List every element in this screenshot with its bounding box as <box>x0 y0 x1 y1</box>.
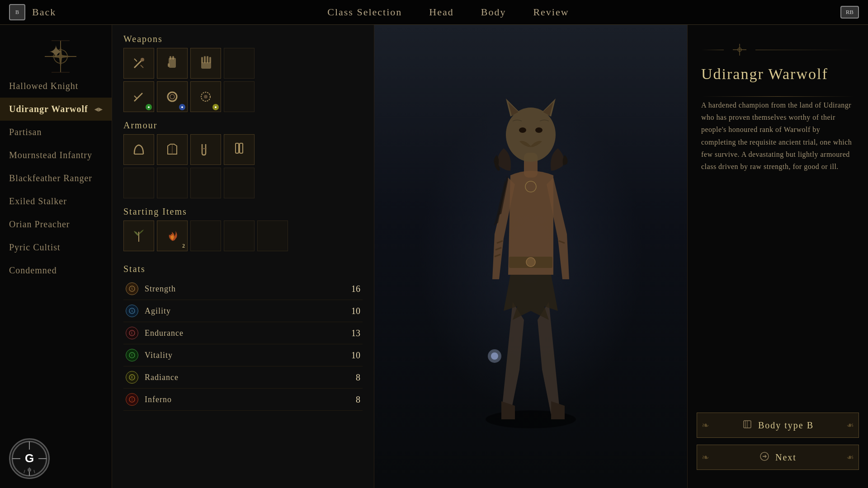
armour-slot-arms[interactable] <box>190 134 221 165</box>
sidebar-item-mournstead-infantry[interactable]: Mournstead Infantry <box>0 144 112 167</box>
starting-item-4[interactable] <box>224 221 255 251</box>
weapon-slot-2[interactable] <box>157 48 188 79</box>
ornament-right-line <box>755 50 854 50</box>
slot-indicator-blue: ● <box>179 104 185 110</box>
svg-marker-6 <box>47 55 59 58</box>
weapon-slot-7[interactable]: ● <box>190 81 221 112</box>
svg-point-35 <box>170 94 175 99</box>
vitality-label: Vitality <box>145 351 342 360</box>
class-list: Hallowed Knight Udirangr Warwolf ◂▸ Part… <box>0 75 112 282</box>
next-button[interactable]: Next <box>697 445 859 470</box>
armour-slot-7[interactable] <box>190 168 221 198</box>
weapon-slot-8[interactable] <box>224 81 255 112</box>
starting-items-section: Starting Items 2 <box>123 206 363 251</box>
sidebar-item-exiled-stalker[interactable]: Exiled Stalker <box>0 190 112 213</box>
weapon-slot-6[interactable]: ● <box>157 81 188 112</box>
svg-point-3 <box>58 54 63 59</box>
svg-rect-29 <box>207 56 208 63</box>
weapon-slot-4[interactable] <box>224 48 255 79</box>
stat-row-agility: A Agility 10 <box>123 300 363 322</box>
endurance-label: Endurance <box>145 328 342 338</box>
sidebar-item-blackfeather-ranger[interactable]: Blackfeather Ranger <box>0 167 112 190</box>
stats-items-panel: Weapons <box>112 25 374 488</box>
radiance-label: Radiance <box>145 373 342 382</box>
armour-grid <box>123 134 363 198</box>
slot-indicator-yellow: ● <box>212 104 219 110</box>
endurance-value: 13 <box>342 328 360 338</box>
svg-line-20 <box>134 59 137 61</box>
armour-slot-5[interactable] <box>123 168 154 198</box>
stat-row-radiance: R Radiance 8 <box>123 366 363 389</box>
svg-line-33 <box>134 96 137 99</box>
sidebar-item-udirangr-warwolf[interactable]: Udirangr Warwolf ◂▸ <box>0 98 112 121</box>
stats-section: Stats S Strength 16 A <box>123 264 363 411</box>
armour-slot-legs[interactable] <box>224 134 255 165</box>
starting-item-5[interactable] <box>257 221 288 251</box>
nav-body[interactable]: Body <box>481 6 506 18</box>
sidebar-item-partisan[interactable]: Partisan <box>0 121 112 144</box>
sidebar-item-hallowed-knight[interactable]: Hallowed Knight <box>0 75 112 98</box>
sidebar-item-pyric-cultist[interactable]: Pyric Cultist <box>0 236 112 259</box>
radiance-value: 8 <box>342 372 360 383</box>
stat-row-endurance: E Endurance 13 <box>123 322 363 344</box>
starting-item-2[interactable]: 2 <box>157 221 188 251</box>
svg-line-21 <box>141 65 143 68</box>
back-controller-btn[interactable]: B <box>9 4 25 20</box>
strength-icon: S <box>126 282 138 295</box>
weapon-slot-1[interactable] <box>123 48 154 79</box>
game-logo: G <box>9 438 50 479</box>
body-type-label: Body type B <box>758 420 814 431</box>
weapons-section: Weapons <box>123 34 363 112</box>
sidebar-item-orian-preacher[interactable]: Orian Preacher <box>0 213 112 236</box>
endurance-icon: E <box>126 327 138 339</box>
svg-rect-42 <box>240 143 243 153</box>
body-type-button[interactable]: Body type B <box>697 413 859 438</box>
starting-items-grid: 2 <box>123 221 363 251</box>
inferno-icon: I <box>126 393 138 406</box>
svg-text:S: S <box>131 287 133 291</box>
agility-value: 10 <box>342 306 360 316</box>
svg-text:A: A <box>131 309 133 313</box>
armour-slot-chest[interactable] <box>157 134 188 165</box>
rb-button[interactable]: RB <box>840 6 859 19</box>
starting-item-3[interactable] <box>190 221 221 251</box>
armour-title: Armour <box>123 120 363 131</box>
weapon-slot-3[interactable] <box>190 48 221 79</box>
stat-row-inferno: I Inferno 8 <box>123 389 363 411</box>
stat-row-vitality: V Vitality 10 <box>123 344 363 366</box>
nav-class-selection[interactable]: Class Selection <box>327 6 402 18</box>
armour-slot-8[interactable] <box>224 168 255 198</box>
armour-slot-helm[interactable] <box>123 134 154 165</box>
next-label: Next <box>775 452 797 463</box>
armour-slot-6[interactable] <box>157 168 188 198</box>
svg-text:V: V <box>131 353 133 357</box>
stat-row-strength: S Strength 16 <box>123 278 363 300</box>
main-layout: Hallowed Knight Udirangr Warwolf ◂▸ Part… <box>0 25 868 488</box>
inferno-label: Inferno <box>145 395 342 404</box>
weapons-title: Weapons <box>123 34 363 44</box>
starting-item-1[interactable] <box>123 221 154 251</box>
svg-point-22 <box>141 58 144 61</box>
svg-point-67 <box>535 127 542 133</box>
vitality-value: 10 <box>342 350 360 361</box>
sidebar-item-condemned[interactable]: Condemned <box>0 259 112 282</box>
svg-rect-24 <box>170 56 171 60</box>
weapon-slot-5[interactable]: ● <box>123 81 154 112</box>
nav-head[interactable]: Head <box>429 6 453 18</box>
selection-arrows: ◂▸ <box>94 105 103 113</box>
svg-marker-5 <box>59 58 62 70</box>
armour-section: Armour <box>123 120 363 198</box>
svg-rect-31 <box>201 62 211 69</box>
radiance-icon: R <box>126 371 138 384</box>
svg-rect-26 <box>168 63 170 67</box>
svg-rect-27 <box>201 57 203 63</box>
slot-indicator-green: ● <box>146 104 152 110</box>
next-icon <box>759 451 770 464</box>
nav-review[interactable]: Review <box>533 6 569 18</box>
ornament-left-line <box>701 50 724 50</box>
character-viewport <box>374 25 687 488</box>
nav-back[interactable]: Back <box>32 6 56 18</box>
svg-rect-23 <box>169 58 176 68</box>
svg-text:R: R <box>131 375 133 380</box>
character-svg <box>440 76 621 437</box>
